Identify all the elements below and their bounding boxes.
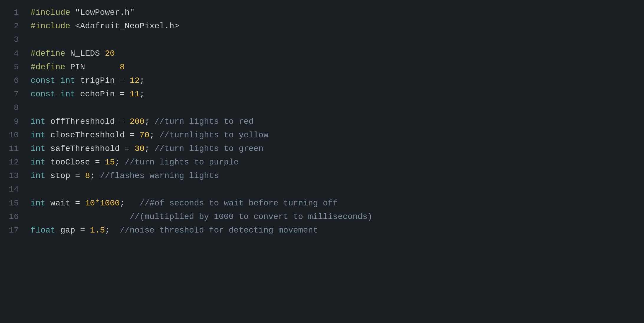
var-safethreshhold: safeThreshhold bbox=[50, 144, 120, 153]
keyword-define-1: #define bbox=[31, 49, 65, 58]
semi-7: ; bbox=[90, 171, 95, 180]
number-30: 30 bbox=[135, 144, 145, 153]
code-line-2: #include <Adafruit_NeoPixel.h> bbox=[31, 19, 644, 33]
macro-nleds-value: 20 bbox=[105, 49, 115, 58]
keyword-const-1: const bbox=[31, 76, 55, 85]
number-8: 8 bbox=[85, 171, 90, 180]
semi-8: ; bbox=[120, 199, 125, 208]
comment-7: //(multiplied by 1000 to convert to mill… bbox=[31, 212, 372, 221]
semi-2: ; bbox=[139, 90, 144, 99]
line-num-12: 12 bbox=[9, 156, 19, 169]
code-line-9: int offThreshhold = 200; //turn lights t… bbox=[31, 115, 644, 128]
semi-3: ; bbox=[144, 117, 150, 126]
comment-1: //turn lights to red bbox=[155, 117, 254, 126]
code-line-8 bbox=[31, 101, 644, 115]
code-line-14 bbox=[31, 183, 644, 196]
keyword-int-7: int bbox=[31, 171, 45, 180]
number-11: 11 bbox=[130, 90, 140, 99]
comment-6: //#of seconds to wait before turning off bbox=[139, 199, 338, 208]
line-num-1: 1 bbox=[9, 6, 19, 19]
line-num-10: 10 bbox=[9, 128, 19, 142]
macro-pin-name: PIN bbox=[70, 62, 115, 72]
semi-6: ; bbox=[115, 158, 120, 167]
var-tooclose: tooClose bbox=[50, 158, 90, 167]
string-lowpower: "LowPower.h" bbox=[75, 8, 135, 17]
line-num-13: 13 bbox=[9, 169, 19, 183]
code-line-4: #define N_LEDS 20 bbox=[31, 47, 644, 60]
code-line-3 bbox=[31, 33, 644, 47]
code-editor: 1 2 3 4 5 6 7 8 9 10 11 12 13 14 15 16 1… bbox=[0, 0, 644, 323]
line-num-11: 11 bbox=[9, 142, 19, 156]
keyword-int-3: int bbox=[31, 117, 45, 126]
line-num-3: 3 bbox=[9, 33, 19, 47]
semi-4: ; bbox=[150, 131, 155, 140]
code-line-10: int closeThreshhold = 70; //turnlights t… bbox=[31, 128, 644, 142]
code-line-7: const int echoPin = 11; bbox=[31, 88, 644, 101]
semi-5: ; bbox=[144, 144, 150, 153]
var-closethreshhold: closeThreshhold bbox=[50, 131, 125, 140]
macro-nleds-name: N_LEDS bbox=[70, 49, 100, 58]
code-line-11: int safeThreshhold = 30; //turn lights t… bbox=[31, 142, 644, 156]
line-num-4: 4 bbox=[9, 47, 19, 60]
line-num-17: 17 bbox=[9, 224, 19, 237]
line-num-15: 15 bbox=[9, 197, 19, 210]
line-num-8: 8 bbox=[9, 101, 19, 115]
var-echopin: echoPin bbox=[80, 90, 115, 99]
number-12: 12 bbox=[130, 76, 140, 85]
number-10x1000: 10*1000 bbox=[85, 199, 120, 208]
code-line-13: int stop = 8; //flashes warning lights bbox=[31, 169, 644, 183]
code-line-6: const int trigPin = 12; bbox=[31, 74, 644, 88]
comment-3: //turn lights to green bbox=[155, 144, 264, 153]
keyword-int-6: int bbox=[31, 158, 45, 167]
code-line-15: int wait = 10*1000; //#of seconds to wai… bbox=[31, 197, 644, 210]
var-offthreshhold: offThreshhold bbox=[50, 117, 115, 126]
string-neopixel: <Adafruit_NeoPixel.h> bbox=[75, 22, 179, 31]
line-num-6: 6 bbox=[9, 74, 19, 88]
macro-pin-value: 8 bbox=[120, 62, 125, 72]
code-line-1: #include "LowPower.h" bbox=[31, 6, 644, 19]
var-trigpin: trigPin bbox=[80, 76, 115, 85]
var-stop: stop bbox=[50, 171, 70, 180]
code-line-17: float gap = 1.5; //noise threshold for d… bbox=[31, 224, 644, 237]
comment-4: //turn lights to purple bbox=[125, 158, 239, 167]
semi-1: ; bbox=[139, 76, 144, 85]
code-line-5: #define PIN 8 bbox=[31, 60, 644, 74]
line-numbers: 1 2 3 4 5 6 7 8 9 10 11 12 13 14 15 16 1… bbox=[0, 6, 25, 317]
keyword-float-1: float bbox=[31, 226, 55, 235]
keyword-int-5: int bbox=[31, 144, 45, 153]
keyword-include-2: #include bbox=[31, 22, 70, 31]
keyword-int-1: int bbox=[60, 76, 75, 85]
line-num-7: 7 bbox=[9, 88, 19, 101]
keyword-include-1: #include bbox=[31, 8, 70, 17]
line-num-2: 2 bbox=[9, 19, 19, 33]
line-num-9: 9 bbox=[9, 115, 19, 128]
line-num-5: 5 bbox=[9, 60, 19, 74]
keyword-int-2: int bbox=[60, 90, 75, 99]
keyword-define-2: #define bbox=[31, 62, 65, 72]
comment-8: //noise threshold for detecting movement bbox=[120, 226, 318, 235]
var-wait: wait bbox=[50, 199, 70, 208]
semi-9: ; bbox=[105, 226, 110, 235]
number-70: 70 bbox=[139, 131, 150, 140]
number-15: 15 bbox=[105, 158, 115, 167]
keyword-int-4: int bbox=[31, 131, 45, 140]
var-gap: gap bbox=[60, 226, 75, 235]
comment-2: //turnlights to yellow bbox=[160, 131, 269, 140]
code-line-16: //(multiplied by 1000 to convert to mill… bbox=[31, 210, 644, 224]
code-line-12: int tooClose = 15; //turn lights to purp… bbox=[31, 156, 644, 169]
keyword-const-2: const bbox=[31, 90, 55, 99]
line-num-14: 14 bbox=[9, 183, 19, 196]
keyword-int-8: int bbox=[31, 199, 45, 208]
line-num-16: 16 bbox=[9, 210, 19, 224]
number-1point5: 1.5 bbox=[90, 226, 105, 235]
number-200: 200 bbox=[130, 117, 144, 126]
code-lines: #include "LowPower.h" #include <Adafruit… bbox=[25, 6, 644, 317]
comment-5: //flashes warning lights bbox=[100, 171, 219, 180]
